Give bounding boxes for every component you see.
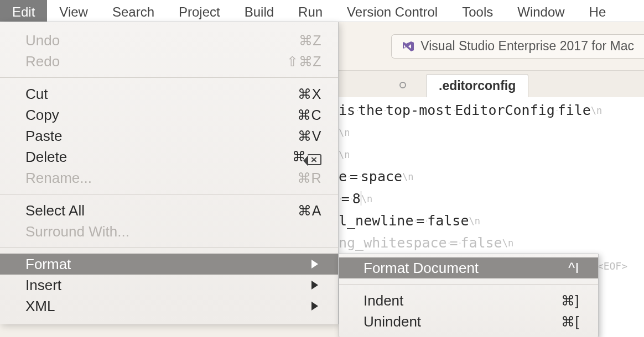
submenu-item-shortcut: ⌘[ xyxy=(561,314,579,330)
newline-marker: \n xyxy=(339,127,350,138)
whitespace-dot-icon: · xyxy=(355,99,358,122)
whitespace-dot-icon: · xyxy=(452,99,455,122)
menu-item-label: Redo xyxy=(25,53,60,70)
menu-item-paste[interactable]: Paste⌘V xyxy=(0,125,338,146)
menu-item-label: Cut xyxy=(25,86,48,103)
whitespace-dot-icon: · xyxy=(413,210,416,232)
menu-item-copy[interactable]: Copy⌘C xyxy=(0,104,338,125)
menu-item-shortcut: ⌘Z xyxy=(299,33,321,49)
whitespace-dot-icon: · xyxy=(424,210,427,232)
menu-item-undo: Undo⌘Z xyxy=(0,30,338,51)
menu-item-shortcut: ⌘C xyxy=(297,107,321,123)
menu-item-rename: Rename...⌘R xyxy=(0,167,338,188)
menubar: Edit View Search Project Build Run Versi… xyxy=(0,0,644,22)
backspace-icon: ✕ xyxy=(307,154,321,165)
submenu-item-label: Format Document xyxy=(363,260,479,277)
menu-window[interactable]: Window xyxy=(505,0,577,22)
menu-item-shortcut: ⇧⌘Z xyxy=(287,54,321,70)
menu-item-shortcut: ⌘V xyxy=(298,128,321,144)
menu-item-label: Select All xyxy=(25,202,85,219)
menu-item-label: Surround With... xyxy=(25,223,129,240)
menu-item-label: Delete xyxy=(25,149,67,166)
menu-item-label: Rename... xyxy=(25,170,92,187)
edit-dropdown: Undo⌘ZRedo⇧⌘ZCut⌘XCopy⌘CPaste⌘VDelete⌘✕R… xyxy=(0,22,339,324)
newline-marker: \n xyxy=(591,105,602,116)
whitespace-dot-icon: · xyxy=(350,188,352,210)
menu-item-shortcut: ⌘X xyxy=(298,86,321,102)
menu-item-insert[interactable]: Insert xyxy=(0,275,338,296)
eof-marker: <EOF> xyxy=(598,260,627,272)
menu-item-label: Insert xyxy=(25,277,61,294)
editor-tab-label: .editorconfig xyxy=(439,78,516,93)
menu-item-shortcut: ⌘✕ xyxy=(292,149,322,165)
submenu-item-shortcut: ⌘] xyxy=(561,293,579,309)
whitespace-dot-icon: · xyxy=(339,188,341,210)
ribbon: Visual Studio Enterprise 2017 for Mac xyxy=(339,22,644,71)
menu-project[interactable]: Project xyxy=(167,0,232,22)
editor-tab-strip: .editorconfig xyxy=(339,71,644,97)
solution-tab-label: Visual Studio Enterprise 2017 for Mac xyxy=(420,39,634,54)
whitespace-dot-icon: · xyxy=(358,166,361,188)
newline-marker: \n xyxy=(339,149,350,160)
newline-marker: \n xyxy=(502,238,513,249)
menu-tools[interactable]: Tools xyxy=(450,0,505,22)
submenu-item-shortcut: ^I xyxy=(568,260,579,276)
newline-marker: \n xyxy=(469,215,480,227)
menu-item-label: Format xyxy=(25,256,71,273)
menu-item-label: Copy xyxy=(25,107,59,124)
menu-edit[interactable]: Edit xyxy=(0,0,47,22)
submenu-item-format-document[interactable]: Format Document^I xyxy=(339,257,598,278)
newline-marker: \n xyxy=(402,171,413,182)
menu-run[interactable]: Run xyxy=(286,0,335,22)
solution-tab[interactable]: Visual Studio Enterprise 2017 for Mac xyxy=(391,34,644,59)
submenu-item-label: Unindent xyxy=(363,313,421,330)
menu-item-surround-with: Surround With... xyxy=(0,221,338,242)
menu-item-redo: Redo⇧⌘Z xyxy=(0,51,338,72)
menu-view[interactable]: View xyxy=(47,0,100,22)
whitespace-dot-icon: · xyxy=(447,232,450,254)
submenu-item-label: Indent xyxy=(363,292,403,309)
whitespace-dot-icon: · xyxy=(347,166,350,188)
menu-search[interactable]: Search xyxy=(100,0,167,22)
menu-version-control[interactable]: Version Control xyxy=(335,0,450,22)
menu-item-shortcut: ⌘R xyxy=(297,170,321,186)
newline-marker: \n xyxy=(361,193,372,204)
submenu-item-unindent[interactable]: Unindent⌘[ xyxy=(339,311,598,332)
menu-item-delete[interactable]: Delete⌘✕ xyxy=(0,146,338,167)
menu-help-truncated[interactable]: He xyxy=(577,0,619,22)
submenu-arrow-icon xyxy=(311,260,318,268)
menu-build[interactable]: Build xyxy=(232,0,286,22)
submenu-arrow-icon xyxy=(311,302,318,310)
code-editor[interactable]: is·the·top-most·EditorConfig·file\n\n\ne… xyxy=(339,97,644,277)
menu-item-format[interactable]: Format xyxy=(0,254,338,275)
submenu-arrow-icon xyxy=(311,281,318,289)
whitespace-dot-icon: · xyxy=(555,99,558,122)
menu-item-label: Undo xyxy=(25,32,60,49)
whitespace-dot-icon: · xyxy=(383,99,386,122)
editor-tab[interactable]: .editorconfig xyxy=(426,74,528,97)
menu-item-label: XML xyxy=(25,298,55,315)
menu-item-cut[interactable]: Cut⌘X xyxy=(0,83,338,104)
format-submenu: Format Document^IIndent⌘]Unindent⌘[ xyxy=(339,254,599,337)
menu-item-label: Paste xyxy=(25,128,63,145)
submenu-item-indent[interactable]: Indent⌘] xyxy=(339,290,598,311)
unsaved-indicator-icon xyxy=(399,82,406,88)
visual-studio-icon xyxy=(402,40,415,53)
menu-item-xml[interactable]: XML xyxy=(0,296,338,317)
menu-item-shortcut: ⌘A xyxy=(298,203,321,219)
whitespace-dot-icon: · xyxy=(458,232,461,254)
menu-item-select-all[interactable]: Select All⌘A xyxy=(0,200,338,221)
